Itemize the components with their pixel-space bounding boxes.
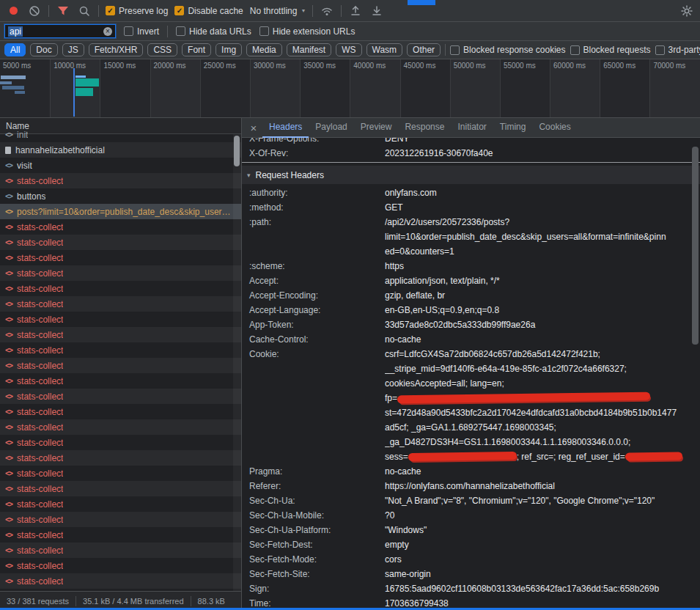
throttling-select[interactable]: No throttling ▼ — [250, 6, 306, 16]
details-scrollbar-thumb[interactable] — [692, 147, 699, 345]
request-row[interactable]: <>posts?limit=10&order=publish_date_desc… — [0, 204, 241, 219]
request-row[interactable]: <>stats-collect — [0, 265, 241, 281]
type-filter-wasm[interactable]: Wasm — [366, 43, 403, 56]
invert-checkbox[interactable] — [124, 26, 133, 36]
settings-button[interactable] — [679, 4, 694, 18]
timeline-ticks: 5000 ms10000 ms15000 ms20000 ms25000 ms3… — [0, 59, 700, 117]
resource-type-filter-bar: AllDocJSFetch/XHRCSSFontImgMediaManifest… — [0, 41, 700, 59]
request-name: stats-collect — [17, 392, 63, 402]
type-filter-fetch-xhr[interactable]: Fetch/XHR — [89, 43, 144, 56]
header-name: Sec-Fetch-Mode: — [242, 552, 385, 567]
type-filter-manifest[interactable]: Manifest — [287, 43, 331, 56]
request-row[interactable]: <>stats-collect — [0, 296, 241, 312]
request-row[interactable]: <>stats-collect — [0, 573, 241, 589]
request-row[interactable]: <>stats-collect — [0, 543, 241, 558]
close-details-icon[interactable]: × — [245, 122, 262, 134]
request-row[interactable]: <>stats-collect — [0, 173, 241, 188]
request-row[interactable]: <>stats-collect — [0, 527, 241, 543]
toolbar-divider — [341, 5, 342, 17]
hide-extension-urls-checkbox[interactable] — [259, 26, 269, 36]
request-row[interactable]: <>stats-collect — [0, 235, 241, 250]
type-filter-css[interactable]: CSS — [147, 43, 177, 56]
request-row[interactable]: <>init — [0, 127, 241, 142]
request-row[interactable]: <>stats-collect — [0, 450, 241, 466]
preserve-log-checkbox[interactable] — [106, 6, 115, 15]
request-row[interactable]: <>stats-collect — [0, 281, 241, 296]
code-icon: <> — [5, 361, 12, 370]
tab-cookies[interactable]: Cookies — [532, 118, 577, 138]
filter-toggle-button[interactable] — [56, 4, 70, 18]
header-row: Accept-Language:en-GB,en-US;q=0.9,en;q=0… — [242, 303, 700, 317]
type-filter-img[interactable]: Img — [215, 43, 242, 56]
request-row[interactable]: <>stats-collect — [0, 327, 241, 342]
import-har-button[interactable] — [348, 4, 363, 18]
request-row[interactable]: <>stats-collect — [0, 496, 241, 512]
request-row[interactable]: <>stats-collect — [0, 558, 241, 573]
request-row[interactable]: <>stats-collect — [0, 219, 241, 235]
request-row[interactable]: <>stats-collect — [0, 389, 241, 404]
tab-timing[interactable]: Timing — [493, 118, 533, 138]
request-name: stats-collect — [17, 561, 63, 571]
type-filter-pills: AllDocJSFetch/XHRCSSFontImgMediaManifest… — [4, 43, 441, 56]
request-row[interactable]: <>buttons — [0, 188, 241, 204]
invert-group: Invert — [124, 26, 159, 37]
request-row[interactable]: <>stats-collect — [0, 373, 241, 389]
request-name: stats-collect — [17, 299, 63, 309]
type-filter-doc[interactable]: Doc — [30, 43, 57, 56]
request-row[interactable]: <>stats-collect — [0, 312, 241, 327]
request-row[interactable]: <>stats-collect — [0, 250, 241, 265]
request-row[interactable]: <>visit — [0, 158, 241, 173]
type-filter-js[interactable]: JS — [62, 43, 84, 56]
type-filter-other[interactable]: Other — [407, 43, 441, 56]
type-filter-all[interactable]: All — [4, 43, 26, 56]
timeline-tick: 20000 ms — [150, 59, 200, 117]
request-row[interactable]: <>stats-collect — [0, 435, 241, 450]
hide-data-urls-checkbox[interactable] — [176, 26, 185, 36]
tab-preview[interactable]: Preview — [354, 118, 399, 138]
disable-cache-label: Disable cache — [188, 6, 243, 16]
request-list-scrollbar[interactable] — [233, 134, 241, 591]
chevron-down-icon: ▼ — [301, 8, 306, 13]
toolbar-divider — [312, 5, 313, 17]
request-row[interactable]: <>stats-collect — [0, 342, 241, 358]
type-filter-media[interactable]: Media — [246, 43, 282, 56]
record-button[interactable] — [6, 4, 21, 18]
clear-button[interactable] — [27, 4, 42, 18]
request-name: stats-collect — [17, 330, 63, 340]
tab-response[interactable]: Response — [398, 118, 451, 138]
tab-payload[interactable]: Payload — [309, 118, 353, 138]
request-row[interactable]: <>stats-collect — [0, 466, 241, 481]
request-row[interactable]: <>stats-collect — [0, 512, 241, 527]
third-party-requests-checkbox[interactable] — [655, 45, 665, 55]
request-row[interactable]: <>stats-collect — [0, 358, 241, 373]
header-row: Accept:application/json, text/plain, */* — [242, 273, 700, 288]
export-har-button[interactable] — [369, 4, 384, 18]
search-button[interactable] — [77, 4, 92, 18]
request-row[interactable]: <>stats-collect — [0, 404, 241, 419]
filter-input-value: api — [8, 26, 23, 37]
scrollbar-thumb[interactable] — [234, 136, 240, 166]
type-filter-font[interactable]: Font — [182, 43, 211, 56]
request-name: stats-collect — [17, 545, 63, 556]
request-list-panel: Name <>inithannahelizabethofficial<>visi… — [0, 118, 242, 610]
tab-headers[interactable]: Headers — [262, 118, 309, 138]
request-headers-section-header[interactable]: ▾ Request Headers — [242, 166, 700, 184]
blocked-response-cookies-checkbox[interactable] — [450, 45, 460, 55]
highlight-artifact — [408, 0, 435, 5]
blocked-requests-checkbox[interactable] — [570, 45, 580, 55]
filter-input[interactable]: api × — [4, 24, 116, 38]
network-conditions-button[interactable] — [320, 4, 334, 18]
request-row[interactable]: <>stats-collect — [0, 481, 241, 496]
disable-cache-checkbox[interactable] — [174, 6, 184, 15]
type-filter-ws[interactable]: WS — [336, 43, 361, 56]
timeline-overview[interactable]: 5000 ms10000 ms15000 ms20000 ms25000 ms3… — [0, 59, 700, 118]
clear-filter-icon[interactable]: × — [103, 27, 112, 36]
header-value: "Windows" — [385, 523, 700, 537]
request-row[interactable]: <>stats-collect — [0, 419, 241, 435]
tab-initiator[interactable]: Initiator — [451, 118, 493, 138]
request-name: stats-collect — [17, 453, 63, 463]
request-name: stats-collect — [17, 438, 63, 448]
request-row[interactable]: hannahelizabethofficial — [0, 142, 241, 158]
request-name: stats-collect — [17, 515, 63, 525]
details-tab-bar: × HeadersPayloadPreviewResponseInitiator… — [242, 118, 700, 138]
